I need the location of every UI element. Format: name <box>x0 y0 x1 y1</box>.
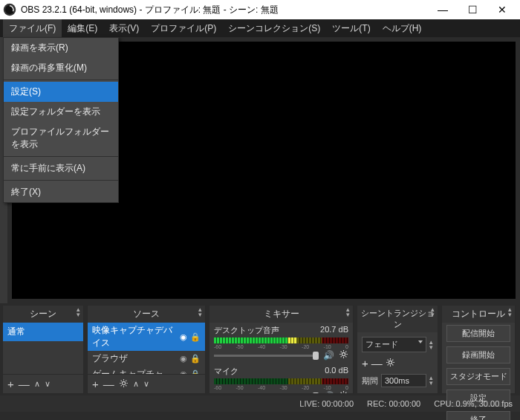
meter-ticks: -60-50-40-30-20-100 <box>214 385 348 390</box>
studio-mode-button[interactable]: スタジオモード <box>446 368 510 385</box>
transitions-body: フェード ▴▾ + — 期間 300ms ▴▾ <box>357 332 438 392</box>
transitions-panel: シーントランジション ▴▾ フェード ▴▾ + — 期間 300ms ▴▾ <box>357 305 438 394</box>
panel-collapse-icon[interactable]: ▴▾ <box>198 307 202 317</box>
source-label: ブラウザ <box>92 352 128 365</box>
menu-profile[interactable]: プロファイル(P) <box>145 19 222 38</box>
source-up-button[interactable]: ∧ <box>133 379 139 389</box>
remove-transition-button[interactable]: — <box>371 357 383 369</box>
menu-tools[interactable]: ツール(T) <box>326 19 376 38</box>
source-item[interactable]: ゲームキャプチャ ◉ 🔒 <box>88 366 205 374</box>
lock-icon[interactable]: 🔒 <box>190 354 201 364</box>
scene-down-button[interactable]: ∨ <box>45 379 51 389</box>
visibility-icon[interactable]: ◉ <box>180 332 187 342</box>
gear-icon[interactable] <box>339 390 348 393</box>
transitions-title: シーントランジション <box>361 308 435 329</box>
menu-item-settings[interactable]: 設定(S) <box>4 82 118 102</box>
mixer-channel-mic: マイク 0.0 dB -60-50-40-30-20-100 🔊 <box>209 364 353 393</box>
panel-collapse-icon[interactable]: ▴▾ <box>508 307 512 317</box>
close-button[interactable]: ✕ <box>487 0 517 19</box>
remove-source-button[interactable]: — <box>103 378 114 390</box>
scenes-header: シーン ▴▾ <box>3 306 83 323</box>
start-record-button[interactable]: 録画開始 <box>446 346 510 364</box>
menu-bar: ファイル(F) 編集(E) 表示(V) プロファイル(P) シーンコレクション(… <box>0 19 520 37</box>
file-menu-dropdown: 録画を表示(R) 録画の再多重化(M) 設定(S) 設定フォルダーを表示 プロフ… <box>3 37 119 203</box>
menu-scene-collection[interactable]: シーンコレクション(S) <box>222 19 326 38</box>
spinner-icon[interactable]: ▴▾ <box>429 340 433 350</box>
exit-button[interactable]: 終了 <box>446 411 510 420</box>
sources-panel: ソース ▴▾ 映像キャプチャデバイス ◉ 🔒 ブラウザ ◉ 🔒 ゲームキャプチャ <box>87 305 206 394</box>
menu-view[interactable]: 表示(V) <box>103 19 145 38</box>
panel-collapse-icon[interactable]: ▴▾ <box>77 307 80 317</box>
scene-item[interactable]: 通常 <box>3 323 83 341</box>
menu-help[interactable]: ヘルプ(H) <box>377 19 428 38</box>
menu-edit[interactable]: 編集(E) <box>62 19 103 38</box>
controls-panel: コントロール ▴▾ 配信開始 録画開始 スタジオモード 設定 終了 <box>441 305 516 394</box>
add-transition-button[interactable]: + <box>362 357 368 369</box>
sources-header: ソース ▴▾ <box>88 306 205 323</box>
mixer-body: デスクトップ音声 20.7 dB -60-50-40-30-20-100 🔊 <box>209 323 353 393</box>
scene-up-button[interactable]: ∧ <box>34 379 40 389</box>
source-item[interactable]: ブラウザ ◉ 🔒 <box>88 351 205 366</box>
menu-item-remux[interactable]: 録画の再多重化(M) <box>4 58 118 78</box>
add-scene-button[interactable]: + <box>7 378 14 390</box>
sources-toolbar: + — ∧ ∨ <box>88 374 205 393</box>
start-stream-button[interactable]: 配信開始 <box>446 325 510 342</box>
duration-input[interactable]: 300ms <box>381 374 426 387</box>
speaker-icon[interactable]: 🔊 <box>323 350 334 361</box>
status-live: LIVE: 00:00:00 <box>299 399 354 408</box>
sources-title: ソース <box>133 308 160 319</box>
volume-slider[interactable] <box>214 355 319 357</box>
status-bar: LIVE: 00:00:00 REC: 00:00:00 CPU: 0.9%, … <box>0 395 520 412</box>
menu-item-exit[interactable]: 終了(X) <box>4 182 118 202</box>
source-item[interactable]: 映像キャプチャデバイス ◉ 🔒 <box>88 323 205 351</box>
panel-collapse-icon[interactable]: ▴▾ <box>431 307 435 317</box>
channel-db: 0.0 dB <box>325 366 348 377</box>
channel-name: マイク <box>214 366 238 377</box>
source-label: 映像キャプチャデバイス <box>92 324 177 349</box>
speaker-icon[interactable]: 🔊 <box>323 391 334 393</box>
spinner-icon[interactable]: ▴▾ <box>429 375 433 386</box>
source-properties-button[interactable] <box>119 378 129 390</box>
status-cpu: CPU: 0.9%, 30.00 fps <box>434 399 513 408</box>
svg-point-3 <box>342 352 345 355</box>
maximize-button[interactable]: ☐ <box>458 0 487 19</box>
duration-label: 期間 <box>362 375 378 387</box>
bottom-dock: シーン ▴▾ 通常 + — ∧ ∨ ソース ▴▾ 映像キャプチャデバイス ◉ 🔒 <box>0 303 520 395</box>
svg-point-2 <box>122 381 125 384</box>
menu-item-show-profile-folder[interactable]: プロファイルフォルダーを表示 <box>4 122 118 155</box>
vu-meter <box>214 337 348 343</box>
obs-logo-icon <box>3 3 16 16</box>
sources-list: 映像キャプチャデバイス ◉ 🔒 ブラウザ ◉ 🔒 ゲームキャプチャ ◉ 🔒 <box>88 323 205 374</box>
mixer-panel: ミキサー ▴▾ デスクトップ音声 20.7 dB -60-50-40-30-20… <box>209 305 354 394</box>
channel-name: デスクトップ音声 <box>214 325 279 336</box>
menu-file[interactable]: ファイル(F) <box>3 19 62 38</box>
window-title: OBS 23.2.1 (64-bit, windows) - プロファイル: 無… <box>21 4 428 16</box>
title-bar: OBS 23.2.1 (64-bit, windows) - プロファイル: 無… <box>0 0 520 19</box>
gear-icon[interactable] <box>386 358 395 369</box>
menu-item-show-recordings[interactable]: 録画を表示(R) <box>4 38 118 58</box>
source-label: ゲームキャプチャ <box>92 368 163 374</box>
visibility-icon[interactable]: ◉ <box>180 354 187 364</box>
controls-title: コントロール <box>452 308 505 319</box>
add-source-button[interactable]: + <box>92 378 99 390</box>
controls-header: コントロール ▴▾ <box>442 306 515 323</box>
panel-collapse-icon[interactable]: ▴▾ <box>346 307 350 317</box>
meter-ticks: -60-50-40-30-20-100 <box>214 344 348 349</box>
mixer-header: ミキサー ▴▾ <box>209 306 353 323</box>
vu-meter <box>214 378 348 384</box>
scenes-panel: シーン ▴▾ 通常 + — ∧ ∨ <box>2 305 84 394</box>
svg-point-5 <box>389 361 391 364</box>
menu-item-show-settings-folder[interactable]: 設定フォルダーを表示 <box>4 102 118 122</box>
gear-icon[interactable] <box>339 349 348 361</box>
menu-separator <box>4 156 118 157</box>
scenes-list: 通常 <box>3 323 83 374</box>
remove-scene-button[interactable]: — <box>19 378 30 390</box>
transition-select[interactable]: フェード <box>362 337 426 352</box>
source-down-button[interactable]: ∨ <box>143 379 149 389</box>
status-rec: REC: 00:00:00 <box>367 399 420 408</box>
lock-icon[interactable]: 🔒 <box>190 332 201 342</box>
menu-item-always-on-top[interactable]: 常に手前に表示(A) <box>4 158 118 178</box>
mixer-channel-desktop: デスクトップ音声 20.7 dB -60-50-40-30-20-100 🔊 <box>209 323 353 364</box>
minimize-button[interactable]: — <box>428 0 458 19</box>
mixer-title: ミキサー <box>264 308 299 319</box>
